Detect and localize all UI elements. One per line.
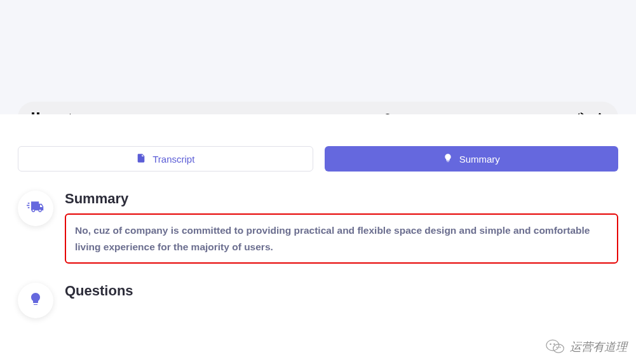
tabs: Transcript Summary xyxy=(18,146,618,172)
tab-transcript-label: Transcript xyxy=(152,154,194,165)
wechat-icon xyxy=(546,339,565,355)
content-area: Transcript Summary Summary No, cuz of co… xyxy=(0,114,636,364)
summary-section-icon-wrap xyxy=(18,191,53,226)
svg-point-8 xyxy=(553,344,555,346)
tab-summary-label: Summary xyxy=(459,154,500,165)
watermark: 运营有道理 xyxy=(546,339,627,355)
questions-section: Questions xyxy=(18,283,618,318)
svg-point-6 xyxy=(553,344,564,353)
summary-text: No, cuz of company is committed to provi… xyxy=(65,213,618,264)
summary-title: Summary xyxy=(65,191,618,207)
svg-point-5 xyxy=(546,340,559,351)
summary-section: Summary No, cuz of company is committed … xyxy=(18,191,618,264)
lightbulb-icon xyxy=(443,153,453,165)
tab-transcript[interactable]: Transcript xyxy=(18,146,313,172)
watermark-text: 运营有道理 xyxy=(570,339,627,354)
lightbulb-filled-icon xyxy=(28,292,43,309)
summary-body: Summary No, cuz of company is committed … xyxy=(65,191,618,264)
svg-point-7 xyxy=(550,344,551,346)
questions-body: Questions xyxy=(65,283,618,306)
questions-section-icon-wrap xyxy=(18,283,53,318)
top-panel: 0:15 / 0:24 xyxy=(0,0,636,114)
transcript-icon xyxy=(136,153,146,165)
shipping-icon xyxy=(27,200,44,217)
svg-point-10 xyxy=(560,347,561,348)
svg-point-9 xyxy=(557,347,558,348)
tab-summary[interactable]: Summary xyxy=(325,146,619,172)
questions-title: Questions xyxy=(65,283,618,299)
